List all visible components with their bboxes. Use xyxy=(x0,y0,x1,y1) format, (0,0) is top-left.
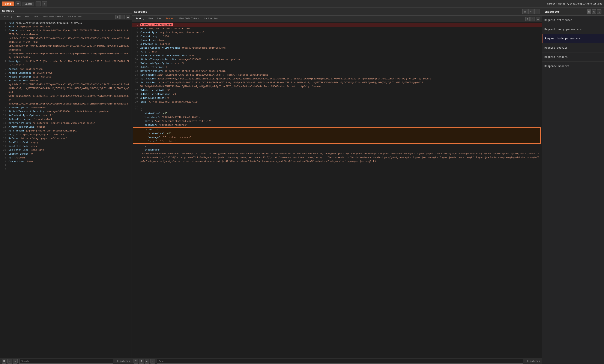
response-panel: Response ⊞ ≡ ⋮ Pretty Raw Hex Render JSO… xyxy=(132,8,542,364)
cancel-button[interactable]: Cancel xyxy=(22,2,34,6)
resp-tab-render[interactable]: Render xyxy=(164,16,176,21)
req-line-21: 1 Content-Length: 0 xyxy=(0,152,132,156)
inspector-view2-button[interactable]: ⊟ xyxy=(592,9,596,14)
resp-line-5: 5 Connection: close xyxy=(132,38,542,42)
req-line-6: 6 Accept-Language: en-US,en;q=0.5 xyxy=(0,71,132,75)
request-panel: Request Pretty Raw Hex JWS JSON Web Toke… xyxy=(0,8,132,364)
response-forward-icon[interactable]: → xyxy=(150,359,155,364)
response-tab-bar: Pretty Raw Hex Render JSON Web Tokens Ha… xyxy=(132,16,542,22)
response-grid-view-button[interactable]: ⊞ xyxy=(522,9,528,14)
tab-pretty[interactable]: Pretty xyxy=(2,14,14,19)
settings-icon-button[interactable]: ⚙ xyxy=(15,1,21,6)
req-line-2: 2 Host: stagingapi.truffles.one xyxy=(0,25,132,29)
resp-tab-hex[interactable]: Hex xyxy=(155,16,164,21)
resp-line-11: 11 X-Content-Type-Options: nosniff xyxy=(132,61,542,65)
resp-line-2: 2 Date: Tue, 06 Jun 2023 10:29:42 GMT xyxy=(132,27,542,31)
inspector-item-response-headers[interactable]: Response headers xyxy=(542,62,604,71)
resp-json-error-statusCode: "statusCode": 403, xyxy=(133,132,540,135)
req-line-blank1: 4 xyxy=(0,164,132,168)
inspector-view1-button[interactable]: ⊞ xyxy=(587,9,591,14)
resp-line-16b: W4i0nRydWUsImlhdCI6MTY4NjA0NzIyMiwizXhwI… xyxy=(132,85,542,88)
resp-json-message: "message": "Forbidden resource", xyxy=(132,123,542,127)
response-title: Response xyxy=(134,10,148,13)
response-list-view-button[interactable]: ≡ xyxy=(528,9,533,14)
req-line-blank2: 5 xyxy=(0,168,132,171)
tab-hackvertor[interactable]: Hackvertor xyxy=(66,14,84,19)
response-help-icon[interactable]: ? xyxy=(134,359,138,364)
tab-jwt[interactable]: JSON Web Tokens xyxy=(40,14,66,19)
request-copy-button[interactable]: ⧉ xyxy=(115,15,120,19)
resp-json-error-open: "error": { xyxy=(133,128,540,132)
inspector-item-request-query-parameters[interactable]: Request query parameters xyxy=(542,25,604,34)
error-highlight-block: "error": { "statusCode": 403, "message":… xyxy=(133,127,541,144)
inspector-items-list: Request attributes Request query paramet… xyxy=(542,16,604,364)
resp-line-3: 3 Content-Type: application/json; charse… xyxy=(132,31,542,35)
response-search-input[interactable] xyxy=(157,359,523,364)
back-arrow-button[interactable]: ‹ xyxy=(36,1,41,6)
resp-line-8: 8 Vary: Origin xyxy=(132,50,542,54)
inspector-item-request-headers[interactable]: Request headers xyxy=(542,52,604,62)
req-line-14: 14 X-Download-Options: noopen xyxy=(0,125,132,129)
resp-json-timestamp: "timestamp": "2023-06-06T10:29:42.426Z", xyxy=(132,115,542,119)
response-panel-menu-button[interactable]: ⋮ xyxy=(534,9,540,14)
tab-hex[interactable]: Hex xyxy=(23,14,32,19)
resp-json-stackTrace-key: "stackTrace": xyxy=(132,148,542,152)
response-tab-icons: ⧉ ↵ ☰ xyxy=(525,17,540,21)
req-line-3d: W4i0nRydWUsImlhdCI6MTY4NjA0NzIyMiwizXhwI… xyxy=(0,52,132,60)
response-status-icons: ? ⚙ ← → xyxy=(134,359,155,364)
send-button[interactable]: Send xyxy=(2,1,14,6)
inspector-item-request-cookies[interactable]: Request cookies xyxy=(542,43,604,52)
response-copy-button[interactable]: ⧉ xyxy=(525,17,530,21)
resp-tab-pretty[interactable]: Pretty xyxy=(134,16,146,21)
req-line-19: 19 Sec-Fetch-Mode: cors xyxy=(0,144,132,148)
response-wrap-button[interactable]: ↵ xyxy=(530,17,535,21)
request-status-bar: ⚙ ← → 0 matches xyxy=(0,358,132,364)
resp-line-10: 10 Strict-Transport-Security: max-age=31… xyxy=(132,58,542,61)
main-content: Request Pretty Raw Hex JWS JSON Web Toke… xyxy=(0,8,604,364)
response-settings-icon[interactable]: ⚙ xyxy=(139,359,144,364)
response-menu-button[interactable]: ☰ xyxy=(536,17,540,21)
resp-json-error-message: "message": "Forbidden resource", xyxy=(133,135,540,139)
resp-json-error-error: "error": "Forbidden" xyxy=(133,139,540,143)
resp-line-17: 17 X-RateLimit-Limit: 30 xyxy=(132,88,542,92)
request-search-input[interactable] xyxy=(19,359,113,364)
request-matches-count: 0 matches xyxy=(115,360,130,363)
response-code-area[interactable]: 1 HTTP/1.1 403 Forbidden 2 Date: Tue, 06… xyxy=(132,22,542,358)
req-line-20: 20 Sec-Fetch-Site: same-site xyxy=(0,148,132,152)
req-line-13: 13 Referrer-Policy: no-referrer, strict-… xyxy=(0,121,132,125)
request-settings-icon[interactable]: ⚙ xyxy=(2,359,6,364)
tab-raw[interactable]: Raw xyxy=(14,14,23,19)
forward-arrow-button[interactable]: › xyxy=(42,1,47,6)
inspector-panel: Inspector ⊞ ⊟ ⋮ Request attributes Reque… xyxy=(542,8,604,364)
request-back-icon[interactable]: ← xyxy=(7,359,12,364)
request-tab-bar: Pretty Raw Hex JWS JSON Web Tokens Hackv… xyxy=(0,14,132,20)
inspector-item-request-body-parameters[interactable]: Request body parameters xyxy=(542,34,604,43)
req-line-4: 4 User-Agent: Mozilla/5.0 (Macintosh; In… xyxy=(0,60,132,67)
resp-line-16: 16 Set-Cookie: refreshToken=eyJhbGciOiJI… xyxy=(132,81,542,85)
inspector-menu-button[interactable]: ⋮ xyxy=(597,9,602,14)
req-line-1: 1 POST /api/v1/contacts/sendRequest/Tri3… xyxy=(0,21,132,25)
inspector-panel-header: Inspector ⊞ ⊟ ⋮ xyxy=(542,8,604,16)
request-code-area[interactable]: 1 POST /api/v1/contacts/sendRequest/Tri3… xyxy=(0,20,132,358)
resp-line-9: 9 Access-Control-Allow-Credentials: true xyxy=(132,54,542,58)
resp-line-22: 22 { xyxy=(132,108,542,111)
request-forward-icon[interactable]: → xyxy=(13,359,18,364)
resp-line-18: 18 X-RateLimit-Remaining: 29 xyxy=(132,92,542,96)
response-panel-header: Response ⊞ ≡ ⋮ xyxy=(132,8,542,16)
request-menu-button[interactable]: ☰ xyxy=(126,15,130,19)
resp-json-error-close: }, xyxy=(132,144,542,148)
req-line-8c: WF0IjoxNjg2MDM2OTI3LCJleHAiOjE2ODlNjg0Nj… xyxy=(0,94,132,102)
inspector-item-request-attributes[interactable]: Request attributes xyxy=(542,16,604,25)
req-line-8: 8 Authorization: Bearer xyxy=(0,79,132,83)
resp-tab-hackvertor[interactable]: Hackvertor xyxy=(202,16,220,21)
tab-jws[interactable]: JWS xyxy=(32,14,40,19)
resp-tab-jwt[interactable]: JSON Web Tokens xyxy=(176,16,202,21)
resp-tab-raw[interactable]: Raw xyxy=(146,16,155,21)
toolbar: Send ⚙ Cancel ‹ › Target: https://stagin… xyxy=(0,0,604,8)
response-back-icon[interactable]: ← xyxy=(145,359,149,364)
request-wrap-button[interactable]: ↵ xyxy=(120,15,125,19)
req-line-15: 15 Xsrf-Token: jzgPbZ4q-6l3AhfQhRj6tcZul… xyxy=(0,129,132,133)
request-status-icons: ⚙ ← → xyxy=(2,359,18,364)
resp-json-path: "path": "/api/v1/contacts/sendRequest/Tr… xyxy=(132,119,542,123)
inspector-header-icons: ⊞ ⊟ ⋮ xyxy=(587,9,602,14)
